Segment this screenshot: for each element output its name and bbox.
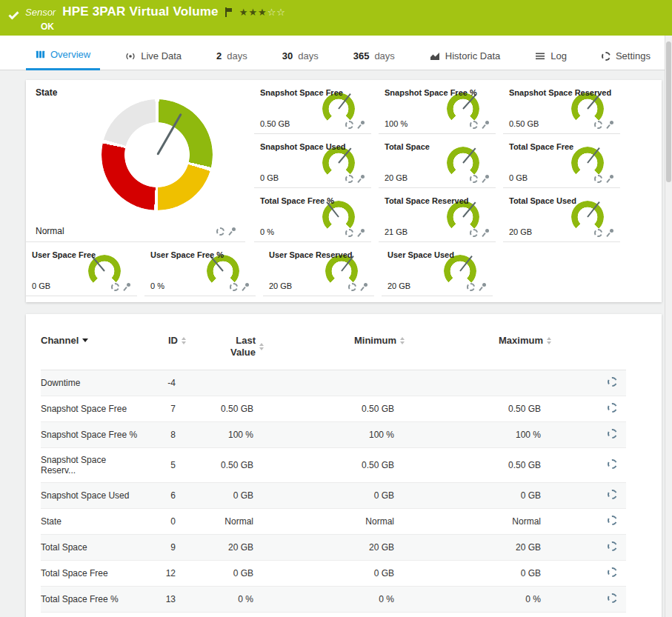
column-header-id[interactable]: ID <box>139 330 186 370</box>
sort-icon <box>547 337 551 344</box>
tab-label: Overview <box>50 49 90 60</box>
channel-name[interactable]: Snapshot Space Reserv... <box>41 447 139 482</box>
gear-icon[interactable] <box>470 175 478 183</box>
gear-icon[interactable] <box>470 121 478 129</box>
channel-name[interactable]: Snapshot Space Used <box>41 482 139 508</box>
channel-id: 13 <box>139 586 186 612</box>
live-data-icon <box>125 51 136 61</box>
tab-label: days <box>374 50 394 61</box>
tab-365-days[interactable]: 365days <box>344 50 405 70</box>
tab-2-days[interactable]: 2days <box>207 50 257 70</box>
gear-icon[interactable] <box>230 283 238 291</box>
pin-icon[interactable] <box>607 175 614 183</box>
gear-icon[interactable] <box>594 121 602 129</box>
gauge-tile: Total Space Reserved 21 GB <box>379 188 496 242</box>
gear-icon[interactable] <box>594 229 602 237</box>
channel-name[interactable]: Total Space Reserved <box>41 612 139 617</box>
pin-icon[interactable] <box>482 175 490 183</box>
pin-icon[interactable] <box>229 227 236 236</box>
pin-icon[interactable] <box>482 121 490 129</box>
channel-name[interactable]: Total Space Free <box>41 560 139 586</box>
channels-panel: Channel ID Last Value Minimum Maximum <box>26 314 662 617</box>
channel-settings-gear-icon[interactable] <box>608 403 617 413</box>
channel-row[interactable]: Downtime -4 <box>41 370 626 396</box>
gauge-value: 100 % <box>385 119 407 128</box>
gauge-grid: Snapshot Space Free 0.50 GB Snaps <box>254 80 620 242</box>
stars-empty[interactable]: ☆☆ <box>267 7 286 18</box>
column-header-actions <box>551 330 626 370</box>
header-label: Channel <box>41 335 79 346</box>
gear-icon[interactable] <box>345 175 353 183</box>
state-footer: Normal <box>36 226 239 241</box>
channel-row[interactable]: Total Space Free 12 0 GB 0 GB 0 GB <box>41 560 626 586</box>
pin-icon[interactable] <box>361 283 368 291</box>
gear-icon[interactable] <box>345 229 353 237</box>
page-scrollbar[interactable] <box>665 36 672 617</box>
channel-row[interactable]: Total Space Reserved 10 21 GB 21 GB 21 G… <box>41 612 626 617</box>
gear-icon[interactable] <box>345 121 353 129</box>
gear-icon[interactable] <box>467 283 475 291</box>
gauge-tile-icons <box>594 175 614 183</box>
channel-settings-gear-icon[interactable] <box>608 516 617 525</box>
tab-live-data[interactable]: Live Data <box>116 50 191 70</box>
pin-icon[interactable] <box>124 283 131 291</box>
channel-name[interactable]: Total Space <box>41 534 139 560</box>
channel-name[interactable]: State <box>41 508 139 534</box>
gear-icon[interactable] <box>594 175 602 183</box>
pin-icon[interactable] <box>607 229 614 237</box>
header-label: Last Value <box>223 335 256 359</box>
channel-name[interactable]: Snapshot Space Free % <box>41 421 139 447</box>
pin-icon[interactable] <box>358 229 365 237</box>
tab-30-days[interactable]: 30days <box>273 50 328 70</box>
gauge-title: Snapshot Space Reserved <box>509 88 614 97</box>
tab-label-number: 365 <box>353 50 370 61</box>
channel-name[interactable]: Total Space Free % <box>41 586 139 612</box>
channel-settings-gear-icon[interactable] <box>608 567 617 577</box>
pin-icon[interactable] <box>607 121 614 129</box>
gear-icon[interactable] <box>348 283 356 291</box>
gear-icon[interactable] <box>111 283 119 291</box>
channel-settings-gear-icon[interactable] <box>608 541 617 551</box>
channel-row[interactable]: State 0 Normal Normal Normal <box>41 508 626 534</box>
channel-last-value: 21 GB <box>186 612 264 617</box>
column-header-last-value[interactable]: Last Value <box>186 330 264 370</box>
pin-icon[interactable] <box>358 175 365 183</box>
tab-settings[interactable]: Settings <box>592 50 660 70</box>
channel-name[interactable]: Snapshot Space Free <box>41 396 139 421</box>
channel-settings-gear-icon[interactable] <box>608 459 617 469</box>
stars-filled[interactable]: ★★★ <box>239 7 267 18</box>
tab-historic-data[interactable]: Historic Data <box>420 50 510 70</box>
gear-icon[interactable] <box>470 229 478 237</box>
channel-row[interactable]: Total Space Free % 13 0 % 0 % 0 % <box>41 586 626 612</box>
gauge-value: 21 GB <box>385 227 407 236</box>
tab-log[interactable]: Log <box>525 50 576 70</box>
priority-stars[interactable]: ★★★☆☆ <box>239 7 286 18</box>
pin-icon[interactable] <box>482 229 490 237</box>
channel-settings-gear-icon[interactable] <box>608 593 617 603</box>
flag-icon[interactable] <box>225 7 233 17</box>
pin-icon[interactable] <box>242 283 250 291</box>
gauge-tile-icons <box>470 175 490 183</box>
pin-icon[interactable] <box>479 283 487 291</box>
channel-row[interactable]: Snapshot Space Free 7 0.50 GB 0.50 GB 0.… <box>41 396 626 421</box>
channel-settings-gear-icon[interactable] <box>608 429 617 438</box>
channel-settings-gear-icon[interactable] <box>608 377 617 387</box>
tab-overview[interactable]: Overview <box>26 49 100 70</box>
pin-icon[interactable] <box>358 121 365 129</box>
gear-icon[interactable] <box>216 227 224 236</box>
channel-row[interactable]: Snapshot Space Used 6 0 GB 0 GB 0 GB <box>41 482 626 508</box>
gauge-tile-icons <box>594 229 614 237</box>
scrollbar-thumb[interactable] <box>666 41 671 182</box>
channel-row[interactable]: Snapshot Space Reserv... 5 0.50 GB 0.50 … <box>41 447 626 482</box>
column-header-maximum[interactable]: Maximum <box>405 330 551 370</box>
sort-icon <box>259 343 264 350</box>
column-header-channel[interactable]: Channel <box>41 330 139 370</box>
gauge-title: Total Space Used <box>509 196 614 205</box>
gauge-tile-icons <box>345 121 365 129</box>
channel-settings-gear-icon[interactable] <box>608 490 617 499</box>
channel-name[interactable]: Downtime <box>41 370 139 396</box>
column-header-minimum[interactable]: Minimum <box>264 330 405 370</box>
gauge-tile: User Space Free 0 GB <box>26 242 137 296</box>
channel-row[interactable]: Total Space 9 20 GB 20 GB 20 GB <box>41 534 626 560</box>
channel-row[interactable]: Snapshot Space Free % 8 100 % 100 % 100 … <box>41 421 626 447</box>
